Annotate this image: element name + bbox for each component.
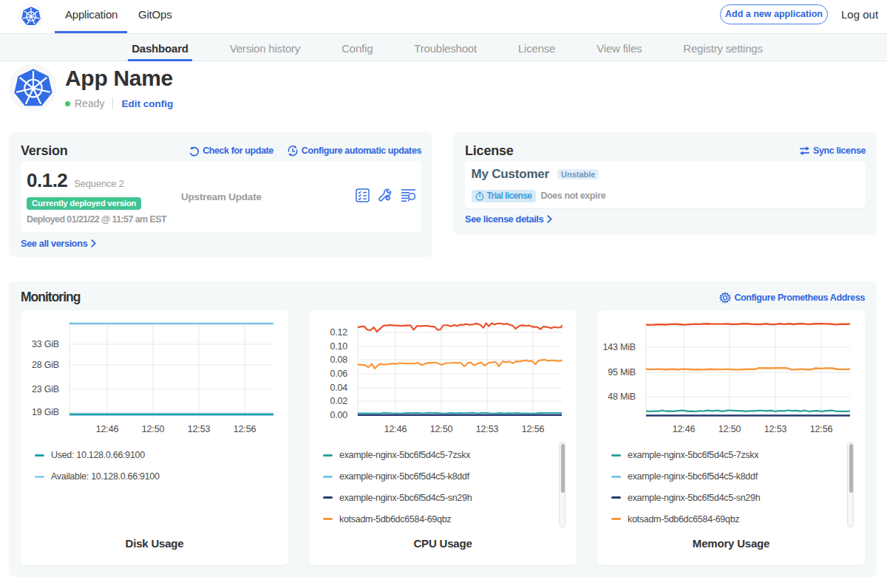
svg-text:0.08: 0.08 bbox=[330, 355, 347, 365]
svg-text:12:46: 12:46 bbox=[673, 424, 696, 434]
svg-text:0.10: 0.10 bbox=[330, 341, 347, 352]
svg-text:12:50: 12:50 bbox=[718, 424, 741, 434]
svg-text:95 MiB: 95 MiB bbox=[608, 367, 636, 377]
svg-text:143 MiB: 143 MiB bbox=[603, 342, 636, 352]
svg-text:12:50: 12:50 bbox=[430, 424, 453, 434]
svg-text:12:53: 12:53 bbox=[188, 424, 211, 434]
svg-text:28 GiB: 28 GiB bbox=[32, 360, 59, 370]
svg-text:33 GiB: 33 GiB bbox=[32, 339, 59, 349]
svg-text:12:53: 12:53 bbox=[476, 424, 499, 434]
svg-text:48 MiB: 48 MiB bbox=[608, 392, 636, 402]
svg-text:12:50: 12:50 bbox=[142, 424, 165, 434]
svg-text:0.12: 0.12 bbox=[330, 327, 347, 338]
svg-text:12:56: 12:56 bbox=[522, 424, 545, 434]
svg-text:0.02: 0.02 bbox=[330, 396, 347, 406]
svg-text:12:56: 12:56 bbox=[234, 424, 256, 434]
svg-text:0.04: 0.04 bbox=[330, 383, 347, 393]
svg-text:0.00: 0.00 bbox=[330, 410, 347, 420]
svg-text:12:53: 12:53 bbox=[764, 424, 787, 434]
svg-text:12:46: 12:46 bbox=[384, 424, 407, 434]
svg-text:12:46: 12:46 bbox=[96, 424, 119, 434]
svg-text:12:56: 12:56 bbox=[810, 424, 833, 434]
svg-text:23 GiB: 23 GiB bbox=[32, 384, 59, 394]
svg-text:19 GiB: 19 GiB bbox=[32, 407, 59, 417]
svg-text:0.06: 0.06 bbox=[330, 369, 347, 379]
